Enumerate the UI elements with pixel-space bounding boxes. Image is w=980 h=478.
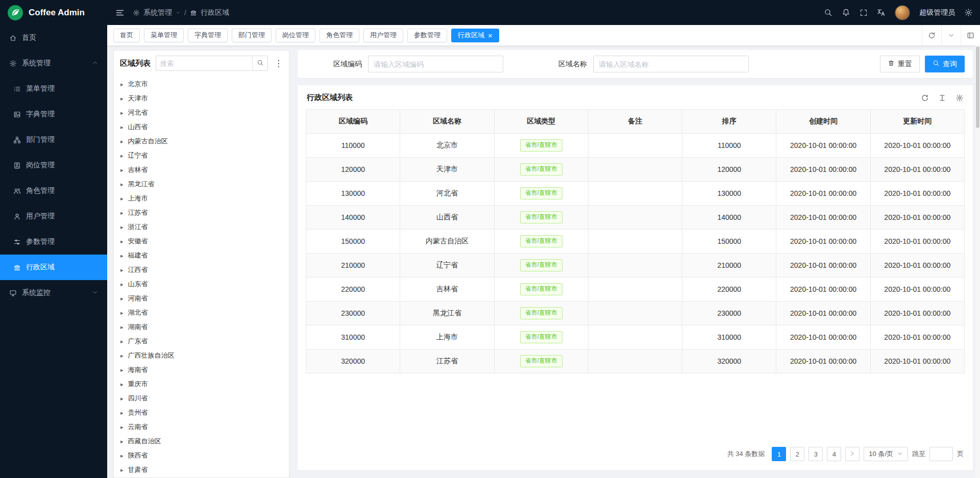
tab-角色管理[interactable]: 角色管理 [320, 29, 359, 42]
refresh-icon[interactable] [921, 94, 929, 102]
tree-item-浙江省[interactable]: ▸浙江省 [114, 220, 289, 234]
chevron-right-icon[interactable]: ▸ [120, 424, 124, 430]
tree-item-云南省[interactable]: ▸云南省 [114, 420, 289, 434]
tab-行政区域[interactable]: 行政区域× [451, 29, 499, 42]
tab-menu-chevron-icon[interactable] [941, 25, 961, 45]
avatar[interactable] [895, 5, 910, 20]
row-density-icon[interactable] [938, 94, 946, 102]
more-options-icon[interactable]: ⋮ [273, 58, 284, 69]
chevron-right-icon[interactable]: ▸ [120, 367, 124, 373]
chevron-right-icon[interactable]: ▸ [120, 324, 124, 330]
chevron-right-icon[interactable]: ▸ [120, 153, 124, 159]
sidebar-item-用户管理[interactable]: 用户管理 [0, 204, 107, 229]
region-name-input[interactable] [593, 56, 749, 72]
scrollbar[interactable] [975, 45, 980, 478]
close-icon[interactable]: × [488, 32, 493, 39]
user-name[interactable]: 超级管理员 [919, 8, 955, 17]
table-row-130000[interactable]: 130000河北省省市/直辖市1300002020-10-01 00:00:00… [306, 182, 965, 206]
tree-item-重庆市[interactable]: ▸重庆市 [114, 377, 289, 391]
chevron-right-icon[interactable]: ▸ [120, 467, 124, 473]
chevron-right-icon[interactable]: ▸ [120, 239, 124, 244]
tree-item-广东省[interactable]: ▸广东省 [114, 334, 289, 348]
reset-button[interactable]: 重置 [880, 56, 920, 72]
tree-item-湖北省[interactable]: ▸湖北省 [114, 306, 289, 320]
tree-item-天津市[interactable]: ▸天津市 [114, 91, 289, 106]
tab-用户管理[interactable]: 用户管理 [363, 29, 403, 42]
table-row-230000[interactable]: 230000黑龙江省省市/直辖市2300002020-10-01 00:00:0… [306, 301, 965, 325]
sidebar-item-home[interactable]: 首页 [0, 25, 107, 51]
chevron-right-icon[interactable]: ▸ [120, 124, 124, 130]
tree-item-福建省[interactable]: ▸福建省 [114, 248, 289, 263]
tab-部门管理[interactable]: 部门管理 [232, 29, 272, 42]
page-size-select[interactable]: 10 条/页 [864, 447, 908, 461]
tab-首页[interactable]: 首页 [113, 29, 140, 42]
tree-item-山西省[interactable]: ▸山西省 [114, 120, 289, 134]
tree-search-input[interactable] [156, 56, 252, 70]
page-button-1[interactable]: 1 [772, 447, 786, 461]
tab-菜单管理[interactable]: 菜单管理 [144, 29, 184, 42]
tree-item-海南省[interactable]: ▸海南省 [114, 363, 289, 377]
bell-icon[interactable] [842, 8, 850, 17]
chevron-right-icon[interactable]: ▸ [120, 396, 124, 401]
table-row-140000[interactable]: 140000山西省省市/直辖市1400002020-10-01 00:00:00… [306, 206, 965, 230]
table-row-310000[interactable]: 310000上海市省市/直辖市3100002020-10-01 00:00:00… [306, 325, 965, 349]
tree-item-辽宁省[interactable]: ▸辽宁省 [114, 148, 289, 163]
table-row-150000[interactable]: 150000内蒙古自治区省市/直辖市1500002020-10-01 00:00… [306, 230, 965, 254]
sidebar-section-monitor[interactable]: 系统监控 [0, 280, 107, 306]
chevron-right-icon[interactable]: ▸ [120, 182, 124, 187]
tree-item-上海市[interactable]: ▸上海市 [114, 191, 289, 206]
jump-page-input[interactable] [929, 447, 953, 461]
tab-参数管理[interactable]: 参数管理 [407, 29, 447, 42]
chevron-right-icon[interactable]: ▸ [120, 267, 124, 273]
sidebar-section-system[interactable]: 系统管理 [0, 51, 107, 76]
chevron-right-icon[interactable]: ▸ [120, 110, 124, 116]
tab-岗位管理[interactable]: 岗位管理 [276, 29, 315, 42]
sidebar-item-行政区域[interactable]: 行政区域 [0, 255, 107, 280]
page-button-2[interactable]: 2 [790, 447, 804, 461]
chevron-right-icon[interactable]: ▸ [120, 224, 124, 230]
chevron-right-icon[interactable]: ▸ [120, 253, 124, 259]
chevron-right-icon[interactable]: ▸ [120, 139, 124, 144]
table-row-120000[interactable]: 120000天津市省市/直辖市1200002020-10-01 00:00:00… [306, 158, 965, 182]
table-row-220000[interactable]: 220000吉林省省市/直辖市2200002020-10-01 00:00:00… [306, 278, 965, 301]
chevron-right-icon[interactable]: ▸ [120, 167, 124, 173]
scrollbar-thumb[interactable] [976, 46, 979, 128]
tree-item-江西省[interactable]: ▸江西省 [114, 263, 289, 277]
tree-item-北京市[interactable]: ▸北京市 [114, 77, 289, 91]
sidebar-item-参数管理[interactable]: 参数管理 [0, 229, 107, 255]
tree-item-贵州省[interactable]: ▸贵州省 [114, 406, 289, 420]
tree-item-山东省[interactable]: ▸山东省 [114, 277, 289, 291]
chevron-right-icon[interactable]: ▸ [120, 296, 124, 301]
chevron-right-icon[interactable]: ▸ [120, 410, 124, 416]
sidebar-item-部门管理[interactable]: 部门管理 [0, 127, 107, 153]
table-row-210000[interactable]: 210000辽宁省省市/直辖市2100002020-10-01 00:00:00… [306, 254, 965, 278]
chevron-right-icon[interactable]: ▸ [120, 382, 124, 387]
sidebar-collapse-icon[interactable] [115, 8, 125, 17]
table-row-110000[interactable]: 110000北京市省市/直辖市1100002020-10-01 00:00:00… [306, 134, 965, 158]
refresh-icon[interactable] [922, 25, 941, 45]
sidebar-item-菜单管理[interactable]: 菜单管理 [0, 76, 107, 102]
settings-gear-icon[interactable] [964, 8, 973, 17]
tree-item-甘肃省[interactable]: ▸甘肃省 [114, 463, 289, 477]
tree-item-河北省[interactable]: ▸河北省 [114, 106, 289, 120]
tab-字典管理[interactable]: 字典管理 [188, 29, 228, 42]
tree-item-内蒙古自治区[interactable]: ▸内蒙古自治区 [114, 134, 289, 148]
tree-item-广西壮族自治区[interactable]: ▸广西壮族自治区 [114, 348, 289, 363]
sidebar-item-岗位管理[interactable]: 岗位管理 [0, 153, 107, 178]
chevron-right-icon[interactable]: ▸ [120, 282, 124, 287]
chevron-right-icon[interactable]: ▸ [120, 82, 124, 87]
tree-item-西藏自治区[interactable]: ▸西藏自治区 [114, 434, 289, 448]
chevron-right-icon[interactable]: ▸ [120, 439, 124, 444]
region-code-input[interactable] [368, 56, 503, 72]
chevron-right-icon[interactable]: ▸ [120, 196, 124, 202]
chevron-right-icon[interactable]: ▸ [120, 453, 124, 459]
chevron-right-icon[interactable]: ▸ [120, 310, 124, 316]
translate-icon[interactable] [877, 8, 886, 17]
tree-item-吉林省[interactable]: ▸吉林省 [114, 163, 289, 177]
sidebar-item-字典管理[interactable]: 字典管理 [0, 102, 107, 127]
column-settings-icon[interactable] [955, 94, 964, 102]
tree-item-青海省[interactable]: ▸青海省 [114, 477, 289, 477]
breadcrumb-section[interactable]: 系统管理 [143, 8, 172, 17]
page-button-4[interactable]: 4 [827, 447, 841, 461]
tree-item-江苏省[interactable]: ▸江苏省 [114, 206, 289, 220]
